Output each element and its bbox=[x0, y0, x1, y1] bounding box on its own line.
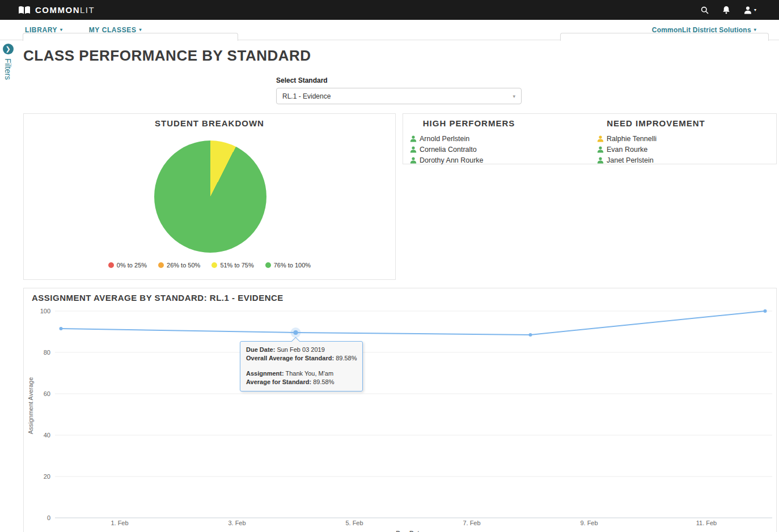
student-row[interactable]: Ralphie Tennelli bbox=[597, 133, 718, 144]
legend-dot-icon bbox=[265, 262, 271, 268]
tooltip-assignment-value: Thank You, M'am bbox=[285, 370, 333, 377]
student-name: Arnold Perlstein bbox=[420, 135, 469, 143]
tooltip-due-date-value: Sun Feb 03 2019 bbox=[277, 346, 324, 353]
pie-chart[interactable] bbox=[154, 141, 266, 253]
filters-label: Filters bbox=[3, 58, 12, 80]
x-axis-title: Due Date bbox=[396, 530, 423, 532]
data-point-hovered bbox=[294, 330, 298, 335]
user-menu-caret-icon: ▾ bbox=[754, 7, 756, 12]
tooltip-line: Assignment: Thank You, M'am bbox=[246, 369, 357, 378]
student-row[interactable]: Janet Perlstein bbox=[597, 155, 718, 165]
y-axis-title: Assignment Average bbox=[27, 377, 34, 435]
series-line bbox=[61, 311, 765, 335]
search-icon bbox=[701, 6, 709, 14]
select-standard-label: Select Standard bbox=[276, 76, 328, 84]
legend-label: 26% to 50% bbox=[167, 262, 200, 269]
legend-item[interactable]: 26% to 50% bbox=[158, 262, 200, 269]
data-point bbox=[764, 309, 767, 313]
brand-lit: LIT bbox=[80, 5, 95, 15]
notifications-button[interactable] bbox=[722, 6, 730, 14]
high-performers-column: HIGH PERFORMERS Arnold PerlsteinCornelia… bbox=[407, 118, 531, 165]
person-icon bbox=[597, 146, 604, 153]
data-point bbox=[60, 327, 63, 330]
user-icon bbox=[744, 6, 752, 14]
y-tick-label: 60 bbox=[44, 390, 50, 397]
chevron-down-icon: ▾ bbox=[139, 27, 142, 32]
tooltip-overall-value: 89.58% bbox=[336, 355, 357, 361]
top-navbar: COMMONLIT ▾ bbox=[0, 0, 779, 20]
legend-dot-icon bbox=[108, 262, 114, 268]
person-icon bbox=[410, 157, 417, 164]
legend-item[interactable]: 51% to 75% bbox=[211, 262, 253, 269]
tooltip-spacer bbox=[246, 363, 357, 369]
legend-label: 76% to 100% bbox=[274, 262, 311, 269]
person-icon bbox=[597, 157, 604, 164]
performers-panel: HIGH PERFORMERS Arnold PerlsteinCornelia… bbox=[403, 113, 777, 164]
student-breakdown-panel: STUDENT BREAKDOWN 0% to 25%26% to 50%51%… bbox=[23, 113, 396, 280]
search-button[interactable] bbox=[701, 6, 709, 14]
line-chart-svg[interactable]: 0204060801001. Feb3. Feb5. Feb7. Feb9. F… bbox=[24, 288, 777, 532]
high-performers-title: HIGH PERFORMERS bbox=[407, 118, 531, 128]
tooltip-assignment-label: Assignment: bbox=[246, 370, 284, 377]
need-improvement-column: NEED IMPROVEMENT Ralphie TennelliEvan Ro… bbox=[594, 118, 718, 165]
line-chart-title: ASSIGNMENT AVERAGE BY STANDARD: RL.1 - E… bbox=[32, 293, 283, 303]
legend-dot-icon bbox=[211, 262, 217, 268]
book-icon bbox=[18, 6, 31, 15]
breakdown-title: STUDENT BREAKDOWN bbox=[24, 118, 395, 128]
data-point bbox=[529, 333, 532, 337]
commonlit-logo[interactable]: COMMONLIT bbox=[18, 5, 95, 15]
cropped-filter-input[interactable] bbox=[23, 33, 238, 41]
page-title: CLASS PERFORMANCE BY STANDARD bbox=[23, 47, 311, 65]
chevron-down-icon: ▾ bbox=[60, 27, 63, 32]
person-icon bbox=[410, 146, 417, 153]
need-improvement-title: NEED IMPROVEMENT bbox=[594, 118, 718, 128]
legend-item[interactable]: 76% to 100% bbox=[265, 262, 311, 269]
need-improvement-list: Ralphie TennelliEvan RourkeJanet Perlste… bbox=[594, 133, 718, 165]
tooltip-due-date-label: Due Date: bbox=[246, 346, 275, 353]
person-icon bbox=[410, 135, 417, 142]
x-tick-label: 5. Feb bbox=[345, 520, 363, 526]
legend-dot-icon bbox=[158, 262, 164, 268]
x-tick-label: 9. Feb bbox=[580, 520, 598, 526]
brand-text: COMMONLIT bbox=[35, 5, 95, 15]
tooltip-line: Due Date: Sun Feb 03 2019 bbox=[246, 346, 357, 354]
topbar-actions: ▾ bbox=[701, 6, 756, 14]
filters-toggle[interactable]: ❯ Filters bbox=[2, 44, 14, 80]
y-tick-label: 80 bbox=[44, 349, 50, 356]
cropped-filter-input[interactable] bbox=[560, 33, 769, 41]
expand-filters-icon[interactable]: ❯ bbox=[3, 44, 14, 54]
legend-item[interactable]: 0% to 25% bbox=[108, 262, 147, 269]
y-tick-label: 40 bbox=[44, 432, 50, 439]
pie-legend: 0% to 25%26% to 50%51% to 75%76% to 100% bbox=[24, 262, 395, 269]
chevron-down-icon: ▾ bbox=[754, 27, 756, 32]
student-name: Dorothy Ann Rourke bbox=[420, 156, 484, 164]
tooltip-average-label: Average for Standard: bbox=[246, 378, 311, 385]
y-tick-label: 0 bbox=[47, 514, 50, 521]
x-tick-label: 11. Feb bbox=[696, 520, 717, 526]
standard-select[interactable]: RL.1 - Evidence ▾ bbox=[276, 88, 522, 104]
x-tick-label: 3. Feb bbox=[228, 520, 245, 526]
x-tick-label: 7. Feb bbox=[463, 520, 480, 526]
standard-select-value: RL.1 - Evidence bbox=[282, 92, 331, 100]
student-row[interactable]: Dorothy Ann Rourke bbox=[410, 155, 531, 165]
student-name: Cornelia Contralto bbox=[420, 146, 477, 154]
chart-tooltip: Due Date: Sun Feb 03 2019 Overall Averag… bbox=[240, 341, 363, 391]
user-menu[interactable]: ▾ bbox=[744, 6, 756, 14]
x-tick-label: 1. Feb bbox=[111, 520, 128, 526]
y-tick-label: 20 bbox=[44, 473, 50, 480]
chevron-down-icon: ▾ bbox=[513, 93, 515, 99]
student-row[interactable]: Evan Rourke bbox=[597, 144, 718, 155]
student-name: Ralphie Tennelli bbox=[607, 135, 657, 143]
brand-common: COMMON bbox=[35, 5, 80, 15]
student-row[interactable]: Arnold Perlstein bbox=[410, 133, 531, 144]
tooltip-overall-label: Overall Average for Standard: bbox=[246, 355, 334, 361]
bell-icon bbox=[722, 6, 730, 14]
y-tick-label: 100 bbox=[40, 308, 50, 314]
tooltip-line: Overall Average for Standard: 89.58% bbox=[246, 354, 357, 363]
student-row[interactable]: Cornelia Contralto bbox=[410, 144, 531, 155]
student-name: Janet Perlstein bbox=[607, 156, 654, 164]
tooltip-line: Average for Standard: 89.58% bbox=[246, 378, 357, 386]
assignment-average-panel: 0204060801001. Feb3. Feb5. Feb7. Feb9. F… bbox=[23, 288, 777, 532]
tooltip-average-value: 89.58% bbox=[313, 378, 334, 385]
legend-label: 0% to 25% bbox=[117, 262, 147, 269]
